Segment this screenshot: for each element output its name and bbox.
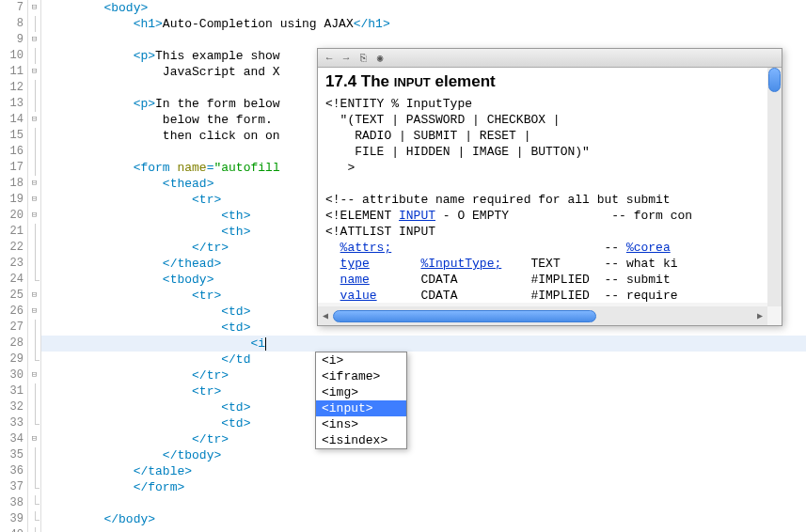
fold-marker — [28, 383, 40, 399]
fold-marker — [28, 415, 40, 431]
code-line[interactable]: <h1>Auto-Completion using AJAX</h1> — [41, 16, 806, 32]
fold-marker — [28, 511, 40, 527]
doc-attr-name-link[interactable]: %attrs; — [340, 241, 392, 255]
target-icon[interactable]: ◉ — [372, 51, 387, 66]
line-number: 38 — [0, 495, 27, 511]
fold-marker[interactable] — [28, 288, 40, 304]
code-line[interactable]: <body> — [41, 0, 806, 16]
autocomplete-item[interactable]: <isindex> — [316, 432, 406, 448]
fold-marker — [28, 495, 40, 511]
line-number: 25 — [0, 288, 27, 304]
fold-marker[interactable] — [28, 0, 40, 16]
fold-marker — [28, 160, 40, 176]
code-line[interactable] — [41, 495, 806, 511]
line-number: 18 — [0, 176, 27, 192]
line-number: 36 — [0, 463, 27, 479]
doc-hscroll-thumb[interactable] — [333, 310, 596, 322]
fold-column[interactable] — [28, 0, 41, 532]
fold-marker[interactable] — [28, 192, 40, 208]
doc-attlist-line: <!ATTLIST INPUT — [325, 224, 774, 240]
line-number: 28 — [0, 336, 27, 352]
fold-marker[interactable] — [28, 64, 40, 80]
doc-vertical-scrollbar[interactable] — [767, 68, 782, 306]
autocomplete-item[interactable]: <i> — [316, 352, 406, 368]
line-number: 12 — [0, 80, 27, 96]
line-number: 16 — [0, 144, 27, 160]
line-number: 20 — [0, 208, 27, 224]
fold-marker[interactable] — [28, 431, 40, 447]
line-number: 33 — [0, 415, 27, 431]
doc-attr-type-link[interactable]: %InputType; — [420, 257, 501, 271]
code-line[interactable]: </tr> — [41, 431, 806, 447]
line-number: 40 — [0, 527, 27, 532]
line-number: 22 — [0, 240, 27, 256]
doc-horizontal-scrollbar[interactable]: ◀ ▶ — [318, 306, 767, 325]
line-number: 37 — [0, 479, 27, 495]
doc-attr-name-link[interactable]: value — [340, 289, 377, 303]
fold-marker — [28, 224, 40, 240]
code-line[interactable]: </tbody> — [41, 447, 806, 463]
doc-input-link[interactable]: INPUT — [399, 209, 435, 223]
code-line[interactable]: </table> — [41, 463, 806, 479]
fold-marker[interactable] — [28, 112, 40, 128]
doc-content[interactable]: 17.4 The INPUT element <!ENTITY % InputT… — [318, 68, 782, 303]
line-number: 13 — [0, 96, 27, 112]
code-line[interactable] — [41, 527, 806, 532]
code-line[interactable] — [41, 32, 806, 48]
line-number: 10 — [0, 48, 27, 64]
code-line[interactable]: <td> — [41, 399, 806, 415]
fold-marker — [28, 352, 40, 368]
fold-marker — [28, 447, 40, 463]
fold-marker — [28, 399, 40, 415]
back-icon[interactable]: ← — [322, 51, 337, 66]
doc-title-element: INPUT — [394, 75, 431, 89]
line-number: 39 — [0, 511, 27, 527]
doc-hscroll-track[interactable] — [333, 309, 752, 323]
code-line[interactable]: </td — [41, 352, 806, 368]
doc-element-decl: <!ELEMENT INPUT - O EMPTY -- form con — [325, 208, 774, 224]
line-number: 34 — [0, 431, 27, 447]
fold-marker[interactable] — [28, 176, 40, 192]
doc-title-prefix: 17.4 The — [325, 72, 394, 90]
line-number: 7 — [0, 0, 27, 16]
fold-marker — [28, 463, 40, 479]
doc-attr-name-link[interactable]: type — [340, 257, 370, 271]
line-number-gutter: 7891011121314151617181920212223242526272… — [0, 0, 28, 532]
fold-marker — [28, 16, 40, 32]
doc-attr-name-link[interactable]: name — [340, 273, 370, 287]
fold-marker — [28, 256, 40, 272]
autocomplete-item[interactable]: <ins> — [316, 416, 406, 432]
autocomplete-item[interactable]: <iframe> — [316, 368, 406, 384]
forward-icon[interactable]: → — [339, 51, 354, 66]
code-line[interactable]: </tr> — [41, 368, 806, 383]
fold-marker[interactable] — [28, 32, 40, 48]
code-line[interactable]: <tr> — [41, 383, 806, 399]
fold-marker — [28, 128, 40, 144]
code-line[interactable]: </body> — [41, 511, 806, 527]
code-line[interactable]: </form> — [41, 479, 806, 495]
line-number: 26 — [0, 304, 27, 320]
line-number: 17 — [0, 160, 27, 176]
scroll-right-icon[interactable]: ▶ — [752, 310, 767, 321]
doc-vscroll-thumb[interactable] — [768, 68, 781, 92]
scroll-left-icon[interactable]: ◀ — [318, 310, 333, 321]
documentation-popup: ← → ⎘ ◉ 17.4 The INPUT element <!ENTITY … — [317, 48, 782, 326]
code-line[interactable]: <td> — [41, 415, 806, 431]
fold-marker[interactable] — [28, 368, 40, 383]
line-number: 29 — [0, 352, 27, 368]
fold-marker[interactable] — [28, 304, 40, 320]
line-number: 21 — [0, 224, 27, 240]
external-window-icon[interactable]: ⎘ — [356, 51, 371, 66]
doc-element-prefix: <!ELEMENT — [325, 209, 399, 223]
line-number: 15 — [0, 128, 27, 144]
autocomplete-item[interactable]: <input> — [316, 400, 406, 416]
fold-marker — [28, 320, 40, 336]
fold-marker — [28, 240, 40, 256]
autocomplete-item[interactable]: <img> — [316, 384, 406, 400]
doc-element-suffix: - O EMPTY -- form con — [435, 209, 692, 223]
line-number: 32 — [0, 399, 27, 415]
autocomplete-popup[interactable]: <i><iframe><img><input><ins><isindex> — [315, 352, 407, 449]
fold-marker[interactable] — [28, 208, 40, 224]
doc-attr-comment-link[interactable]: %corea — [626, 241, 671, 255]
code-line[interactable]: <i — [41, 336, 806, 352]
